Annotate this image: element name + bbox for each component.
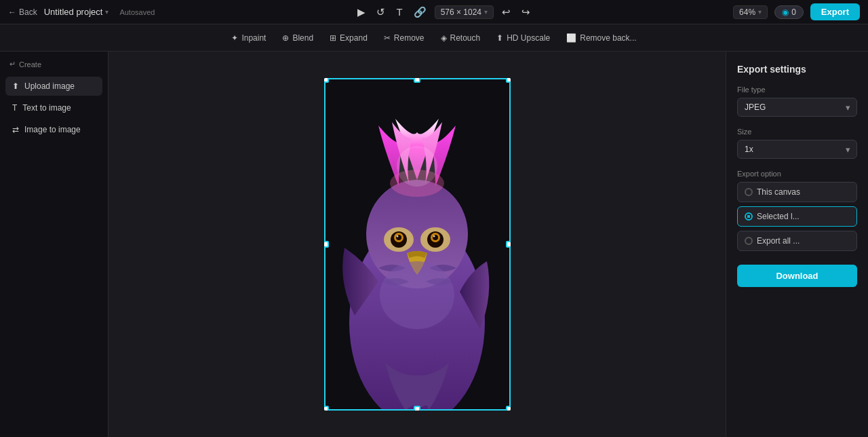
this-canvas-option[interactable]: This canvas [737, 182, 857, 202]
download-button[interactable]: Download [737, 265, 857, 287]
remove-label: Remove [394, 33, 425, 43]
hd-upscale-icon: ⬆ [496, 33, 503, 43]
create-text: Create [19, 60, 41, 69]
expand-tool[interactable]: ⊞ Expand [323, 30, 374, 46]
selected-layer-radio [745, 212, 753, 221]
export-option-group: Export option This canvas Selected l... … [737, 170, 857, 251]
blend-tool[interactable]: ⊕ Blend [275, 30, 320, 46]
remove-tool[interactable]: ✂ Remove [377, 30, 431, 46]
export-option-label: Export option [737, 170, 857, 178]
retouch-label: Retouch [450, 33, 481, 43]
file-type-select-wrapper[interactable]: JPEG PNG WEBP [737, 98, 857, 117]
topbar: ← Back Untitled project ▾ Autosaved ▶ ↺ … [0, 0, 868, 24]
this-canvas-radio [745, 188, 753, 196]
text-tool-button[interactable]: T [393, 3, 405, 20]
file-type-label: File type [737, 86, 857, 94]
redo-button[interactable]: ↪ [519, 3, 533, 21]
back-label: Back [19, 7, 37, 17]
this-canvas-label: This canvas [757, 187, 800, 197]
upload-image-label: Upload image [24, 81, 75, 91]
credits-button[interactable]: ◉ 0 [774, 5, 804, 19]
retouch-icon: ◈ [441, 33, 447, 43]
zoom-display[interactable]: 64% ▾ [733, 5, 768, 19]
credits-icon: ◉ [782, 7, 789, 17]
undo-button[interactable]: ↩ [499, 3, 513, 21]
topbar-right: 64% ▾ ◉ 0 Export [733, 3, 860, 20]
sidebar-item-text-to-image[interactable]: T Text to image [5, 98, 102, 117]
export-button[interactable]: Export [810, 3, 860, 20]
size-select[interactable]: 1x 2x 4x [737, 140, 857, 159]
blend-label: Blend [292, 33, 313, 43]
inpaint-label: Inpaint [241, 33, 266, 43]
project-name[interactable]: Untitled project ▾ [44, 7, 109, 17]
back-arrow-icon: ← [8, 7, 16, 17]
svg-point-4 [397, 146, 437, 187]
inpaint-tool[interactable]: ✦ Inpaint [224, 30, 273, 46]
create-icon: ↵ [9, 60, 16, 69]
credits-count: 0 [791, 7, 796, 17]
inpaint-icon: ✦ [231, 33, 238, 43]
canvas-content: ↻ [324, 78, 511, 411]
zoom-chevron: ▾ [758, 8, 762, 16]
back-button[interactable]: ← Back [8, 7, 37, 17]
size-label: Size [737, 128, 857, 136]
blend-icon: ⊕ [282, 33, 289, 43]
size-field: Size 1x 2x 4x [737, 128, 857, 159]
main-area: ↵ Create ⬆ Upload image T Text to image … [0, 52, 868, 437]
expand-icon: ⊞ [330, 33, 336, 43]
svg-point-15 [380, 261, 454, 329]
topbar-center: ▶ ↺ T 🔗 576 × 1024 ▾ ↩ ↪ [355, 3, 533, 21]
hd-upscale-label: HD Upscale [507, 33, 550, 43]
parrot-image: ↻ [324, 78, 511, 411]
link-button[interactable]: 🔗 [411, 3, 429, 21]
canvas-area[interactable]: ↻ [108, 52, 726, 437]
expand-label: Expand [340, 33, 368, 43]
hd-upscale-tool[interactable]: ⬆ HD Upscale [490, 30, 557, 46]
remove-icon: ✂ [384, 33, 391, 43]
export-all-radio [745, 237, 753, 245]
svg-point-13 [396, 235, 398, 238]
sidebar-item-upload-image[interactable]: ⬆ Upload image [5, 77, 102, 96]
upload-image-icon: ⬆ [12, 81, 19, 91]
text-to-image-label: Text to image [22, 103, 71, 113]
topbar-left: ← Back Untitled project ▾ Autosaved [8, 7, 155, 17]
size-select-wrapper[interactable]: 1x 2x 4x [737, 140, 857, 159]
selected-layer-option[interactable]: Selected l... [737, 206, 857, 227]
remove-back-icon: ⬜ [566, 33, 576, 43]
parrot-svg [324, 78, 511, 411]
remove-back-tool[interactable]: ⬜ Remove back... [559, 30, 643, 46]
svg-point-14 [433, 235, 435, 238]
autosaved-label: Autosaved [119, 8, 155, 16]
toolbar: ✦ Inpaint ⊕ Blend ⊞ Expand ✂ Remove ◈ Re… [0, 24, 868, 52]
project-title: Untitled project [44, 7, 103, 17]
history-button[interactable]: ↺ [374, 3, 388, 21]
sidebar: ↵ Create ⬆ Upload image T Text to image … [0, 52, 108, 437]
zoom-value: 64% [739, 7, 755, 17]
export-all-label: Export all ... [757, 236, 800, 246]
file-type-select[interactable]: JPEG PNG WEBP [737, 98, 857, 117]
retouch-tool[interactable]: ◈ Retouch [434, 30, 488, 46]
export-all-option[interactable]: Export all ... [737, 231, 857, 251]
play-button[interactable]: ▶ [355, 3, 368, 21]
file-type-field: File type JPEG PNG WEBP [737, 86, 857, 117]
image-to-image-icon: ⇄ [12, 125, 19, 134]
selected-layer-label: Selected l... [757, 212, 800, 221]
sidebar-item-image-to-image[interactable]: ⇄ Image to image [5, 120, 102, 139]
canvas-size-label: 576 × 1024 [441, 7, 481, 17]
sidebar-create-label: ↵ Create [5, 60, 102, 74]
image-to-image-label: Image to image [24, 125, 81, 134]
remove-back-label: Remove back... [580, 33, 636, 43]
export-option-buttons: This canvas Selected l... Export all ... [737, 182, 857, 251]
text-to-image-icon: T [12, 103, 17, 113]
chevron-down-icon: ▾ [105, 8, 108, 16]
canvas-size-display[interactable]: 576 × 1024 ▾ [435, 5, 494, 19]
canvas-size-chevron: ▾ [484, 8, 488, 16]
export-panel: Export settings File type JPEG PNG WEBP … [726, 52, 868, 437]
export-settings-title: Export settings [737, 64, 857, 75]
